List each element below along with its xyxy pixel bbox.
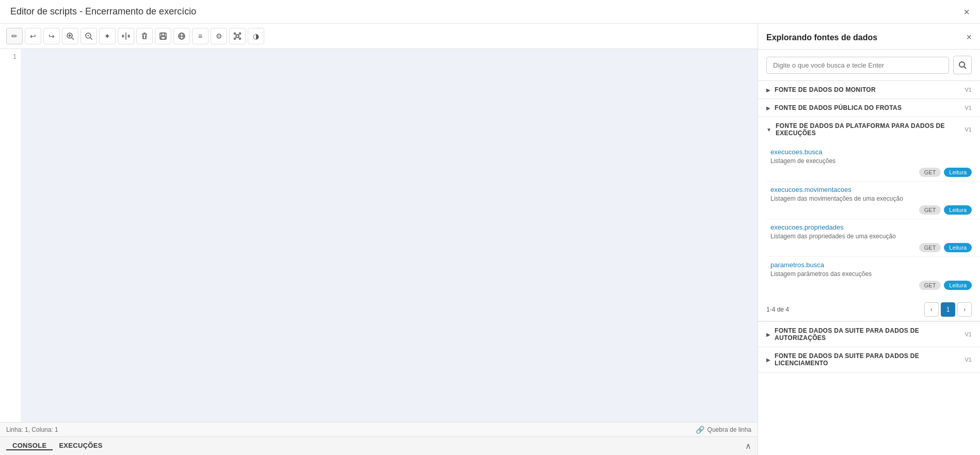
header-close-button[interactable]: × — [963, 7, 970, 17]
graph-button[interactable] — [229, 28, 246, 44]
contrast-button[interactable]: ◑ — [248, 28, 264, 44]
datasource-section-autorizacoes-header[interactable]: ▶ FONTE DE DADOS DA SUITE PARA DADOS DE … — [758, 322, 980, 347]
svg-point-26 — [959, 62, 965, 67]
search-container — [758, 50, 980, 81]
datasource-section-autorizacoes: ▶ FONTE DE DADOS DA SUITE PARA DADOS DE … — [758, 322, 980, 347]
right-panel-close-button[interactable]: × — [966, 32, 972, 43]
svg-point-20 — [234, 38, 236, 40]
item-badges-2: GET Leitura — [770, 205, 972, 215]
chevron-right-icon-monitor: ▶ — [766, 87, 770, 93]
word-wrap-label: Quebra de linha — [708, 426, 751, 433]
item-desc-execucoes-busca: Listagem de execuções — [770, 157, 972, 165]
code-editor: 1 — [0, 49, 758, 422]
list-item: execucoes.propriedades Listagem das prop… — [766, 219, 980, 257]
prev-page-button[interactable]: ‹ — [924, 302, 939, 317]
pagination-controls: ‹ 1 › — [924, 302, 972, 317]
redo-button[interactable]: ↪ — [43, 28, 60, 44]
align-button[interactable]: ≡ — [192, 28, 208, 44]
datasource-section-execucoes: ▼ FONTE DE DADOS DA PLATAFORMA PARA DADO… — [758, 117, 980, 322]
section-version-frotas: V1 — [965, 105, 972, 111]
save-button[interactable] — [155, 28, 171, 44]
section-version-execucoes: V1 — [965, 126, 972, 133]
undo-button[interactable]: ↩ — [25, 28, 41, 44]
badge-leitura-3: Leitura — [944, 243, 972, 252]
datasource-section-execucoes-header[interactable]: ▼ FONTE DE DADOS DA PLATAFORMA PARA DADO… — [758, 117, 980, 142]
chevron-down-icon-execucoes: ▼ — [766, 127, 772, 133]
list-item: execucoes.movimentacoes Listagem das mov… — [766, 182, 980, 219]
svg-point-19 — [239, 33, 241, 35]
section-version-monitor: V1 — [965, 87, 972, 93]
split-button[interactable] — [118, 28, 134, 44]
right-panel-title: Explorando fontes de dados — [766, 33, 877, 42]
section-title-autorizacoes: FONTE DE DADOS DA SUITE PARA DADOS DE AU… — [775, 327, 965, 342]
bottom-tabs: CONSOLE EXECUÇÕES ∧ — [0, 436, 758, 455]
datasource-list: ▶ FONTE DE DADOS DO MONITOR V1 ▶ FONTE D… — [758, 81, 980, 372]
main-area: ✏ ↩ ↪ — [0, 24, 980, 455]
cursor-position: Linha: 1, Coluna: 1 — [6, 426, 58, 433]
datasource-section-licenciamento-header[interactable]: ▶ FONTE DE DADOS DA SUITE PARA DADOS DE … — [758, 347, 980, 372]
badge-leitura-4: Leitura — [944, 281, 972, 290]
datasource-section-monitor: ▶ FONTE DE DADOS DO MONITOR V1 — [758, 81, 980, 99]
tab-execucoes[interactable]: EXECUÇÕES — [53, 442, 108, 449]
tab-console[interactable]: CONSOLE — [6, 442, 53, 450]
pagination: 1-4 de 4 ‹ 1 › — [758, 298, 980, 321]
item-name-execucoes-movimentacoes[interactable]: execucoes.movimentacoes — [770, 186, 972, 193]
search-input[interactable] — [766, 57, 949, 74]
globe-button[interactable] — [173, 28, 190, 44]
chevron-right-icon-frotas: ▶ — [766, 105, 770, 111]
magic-button[interactable]: ✦ — [99, 28, 116, 44]
badge-leitura-1: Leitura — [944, 168, 972, 177]
item-desc-parametros-busca: Listagem parâmetros das execuções — [770, 270, 972, 278]
word-wrap-icon: 🔗 — [696, 426, 704, 434]
svg-rect-13 — [161, 37, 165, 39]
item-badges-3: GET Leitura — [770, 243, 972, 252]
right-panel: Explorando fontes de dados × — [758, 24, 980, 455]
section-left-autorizacoes: ▶ FONTE DE DADOS DA SUITE PARA DADOS DE … — [766, 327, 965, 342]
page-title: Editor de scripts - Encerramento de exer… — [10, 6, 196, 17]
section-left-frotas: ▶ FONTE DE DADOS PÚBLICA DO FROTAS — [766, 104, 902, 111]
badge-leitura-2: Leitura — [944, 205, 972, 215]
collapse-bottom-button[interactable]: ∧ — [745, 441, 751, 451]
item-badges-4: GET Leitura — [770, 281, 972, 290]
right-panel-header: Explorando fontes de dados × — [758, 24, 980, 50]
current-page-button[interactable]: 1 — [941, 302, 955, 317]
pagination-info: 1-4 de 4 — [766, 306, 789, 313]
section-left-monitor: ▶ FONTE DE DADOS DO MONITOR — [766, 86, 876, 93]
header: Editor de scripts - Encerramento de exer… — [0, 0, 980, 24]
section-title-execucoes: FONTE DE DADOS DA PLATAFORMA PARA DADOS … — [776, 122, 965, 137]
item-desc-execucoes-movimentacoes: Listagem das movimentações de uma execuç… — [770, 195, 972, 202]
settings-button[interactable]: ⚙ — [211, 28, 227, 44]
svg-line-1 — [72, 38, 74, 40]
badge-get-4: GET — [919, 281, 941, 290]
badge-get-3: GET — [919, 243, 941, 252]
svg-line-27 — [964, 67, 966, 69]
zoom-in-button[interactable] — [62, 28, 78, 44]
delete-button[interactable] — [136, 28, 153, 44]
list-item: execucoes.busca Listagem de execuções GE… — [766, 144, 980, 182]
line-numbers: 1 — [0, 49, 21, 422]
svg-point-18 — [234, 33, 236, 35]
search-button[interactable] — [953, 56, 972, 74]
edit-button[interactable]: ✏ — [6, 28, 23, 44]
item-name-execucoes-propriedades[interactable]: execucoes.propriedades — [770, 223, 972, 231]
status-bar: Linha: 1, Coluna: 1 🔗 Quebra de linha — [0, 422, 758, 436]
item-name-execucoes-busca[interactable]: execucoes.busca — [770, 148, 972, 156]
status-right: 🔗 Quebra de linha — [696, 426, 751, 434]
item-name-parametros-busca[interactable]: parametros.busca — [770, 261, 972, 269]
line-number-1: 1 — [4, 53, 17, 60]
zoom-out-button[interactable] — [81, 28, 97, 44]
section-title-frotas: FONTE DE DADOS PÚBLICA DO FROTAS — [775, 104, 902, 111]
section-left-licenciamento: ▶ FONTE DE DADOS DA SUITE PARA DADOS DE … — [766, 352, 965, 367]
chevron-right-icon-autorizacoes: ▶ — [766, 332, 770, 337]
badge-get-1: GET — [919, 168, 941, 177]
next-page-button[interactable]: › — [957, 302, 972, 317]
datasource-section-frotas-header[interactable]: ▶ FONTE DE DADOS PÚBLICA DO FROTAS V1 — [758, 99, 980, 117]
section-version-autorizacoes: V1 — [965, 331, 972, 337]
section-title-licenciamento: FONTE DE DADOS DA SUITE PARA DADOS DE LI… — [775, 352, 965, 367]
svg-point-21 — [239, 38, 241, 40]
datasource-section-monitor-header[interactable]: ▶ FONTE DE DADOS DO MONITOR V1 — [758, 81, 980, 99]
item-desc-execucoes-propriedades: Listagem das propriedades de uma execuçã… — [770, 233, 972, 240]
editor-panel: ✏ ↩ ↪ — [0, 24, 758, 455]
section-version-licenciamento: V1 — [965, 356, 972, 363]
code-textarea[interactable] — [21, 49, 758, 422]
